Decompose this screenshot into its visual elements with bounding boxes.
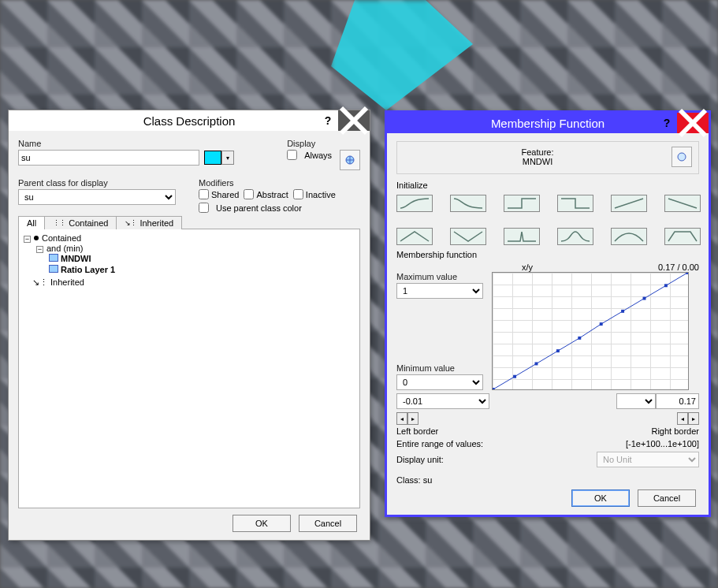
- class-desc-title: Class Description: [143, 114, 236, 128]
- mf-titlebar[interactable]: Membership Function ?: [387, 113, 709, 133]
- min-value-label: Minimum value: [396, 363, 487, 373]
- close-icon: [677, 107, 709, 139]
- max-value-label: Maximum value: [396, 272, 487, 281]
- class-description-dialog: Class Description ? Name ▾ Display: [8, 110, 370, 541]
- abstract-checkbox[interactable]: [244, 189, 254, 199]
- mf-ok-button[interactable]: OK: [571, 489, 630, 507]
- class-color-swatch[interactable]: [204, 151, 221, 165]
- left-step-right[interactable]: ▸: [407, 412, 419, 425]
- globe-icon: [675, 151, 688, 163]
- class-color-dropdown[interactable]: ▾: [221, 151, 234, 165]
- shared-checkbox[interactable]: [199, 189, 209, 199]
- shape-spike[interactable]: [504, 228, 540, 245]
- feature-pick-button[interactable]: [671, 147, 692, 167]
- tab-inherited[interactable]: ↘⋮Inherited: [116, 216, 182, 229]
- class-tree[interactable]: −Contained −and (min) MNDWI Ratio Layer …: [18, 229, 360, 508]
- parent-class-select[interactable]: su: [18, 189, 176, 205]
- mf-help-button[interactable]: ?: [657, 113, 677, 133]
- min-value-select[interactable]: 0: [396, 374, 483, 390]
- svg-rect-17: [686, 273, 688, 274]
- tab-all[interactable]: All: [18, 216, 45, 229]
- right-border-unit-select[interactable]: [616, 393, 656, 409]
- class-desc-help-button[interactable]: ?: [318, 110, 338, 131]
- left-border-label: Left border: [396, 426, 438, 436]
- parent-class-label: Parent class for display: [18, 178, 188, 188]
- svg-rect-11: [556, 349, 560, 352]
- inactive-checkbox-row[interactable]: Inactive: [293, 189, 336, 199]
- tree-mndwi-leaf[interactable]: MNDWI: [49, 253, 355, 264]
- class-label-row: Class: su: [396, 475, 432, 485]
- svg-point-5: [678, 153, 686, 161]
- tree-ratio-leaf[interactable]: Ratio Layer 1: [49, 264, 355, 275]
- mf-cancel-button[interactable]: Cancel: [638, 489, 696, 507]
- shape-ramp-down[interactable]: [664, 195, 701, 212]
- range-value: [-1e+100...1e+100]: [626, 439, 699, 448]
- max-value-select[interactable]: 1: [396, 283, 483, 299]
- inactive-checkbox[interactable]: [293, 189, 303, 199]
- always-checkbox[interactable]: [287, 150, 297, 160]
- right-step-left[interactable]: ◂: [677, 412, 688, 425]
- display-settings-button[interactable]: [340, 150, 360, 170]
- shared-label: Shared: [211, 190, 239, 199]
- svg-rect-15: [643, 297, 646, 300]
- parent-color-checkbox-row[interactable]: Use parent class color: [199, 203, 360, 213]
- tree-andmin-node[interactable]: −and (min) MNDWI Ratio Layer 1: [36, 243, 355, 276]
- left-border-stepper[interactable]: ◂ ▸: [396, 412, 438, 425]
- shape-triangle[interactable]: [396, 228, 433, 245]
- shape-v[interactable]: [450, 228, 486, 245]
- class-desc-cancel-button[interactable]: Cancel: [299, 515, 357, 532]
- tab-contained[interactable]: ⋮⋮Contained: [44, 216, 117, 229]
- mf-close-button[interactable]: [677, 113, 709, 133]
- xy-label: x/y: [522, 262, 533, 272]
- svg-rect-8: [493, 388, 495, 389]
- abstract-checkbox-row[interactable]: Abstract: [244, 189, 288, 199]
- tabstrip: All ⋮⋮Contained ↘⋮Inherited: [18, 216, 360, 229]
- shape-gauss[interactable]: [557, 228, 593, 245]
- shared-checkbox-row[interactable]: Shared: [199, 189, 239, 199]
- feature-icon: [49, 254, 58, 262]
- right-border-stepper[interactable]: ◂ ▸: [651, 412, 699, 425]
- shape-trapezoid[interactable]: [664, 228, 701, 245]
- collapse-icon[interactable]: −: [24, 236, 31, 243]
- right-border-label: Right border: [651, 426, 699, 436]
- class-desc-close-button[interactable]: [338, 110, 370, 131]
- class-desc-ok-button[interactable]: OK: [233, 515, 291, 532]
- svg-rect-16: [664, 284, 668, 287]
- name-label: Name: [18, 139, 279, 148]
- shape-s-curve-up[interactable]: [396, 195, 433, 212]
- collapse-icon[interactable]: −: [36, 246, 43, 253]
- parent-color-checkbox[interactable]: [199, 203, 209, 213]
- initialize-label: Initialize: [396, 180, 699, 190]
- always-checkbox-row[interactable]: Always: [287, 150, 332, 160]
- right-step-right[interactable]: ▸: [688, 412, 699, 425]
- xy-value: 0.17 / 0.00: [658, 262, 699, 272]
- mf-class-value: su: [423, 475, 433, 485]
- right-border-input[interactable]: [656, 393, 699, 409]
- tree-inherited-node[interactable]: ↘⋮ Inherited: [24, 277, 355, 288]
- shape-s-curve-down[interactable]: [450, 195, 486, 212]
- left-step-left[interactable]: ◂: [396, 412, 407, 425]
- svg-rect-10: [535, 362, 538, 365]
- membership-chart[interactable]: [492, 272, 689, 390]
- tree-contained-node[interactable]: −Contained −and (min) MNDWI Ratio Layer …: [24, 233, 355, 277]
- svg-rect-9: [513, 375, 516, 378]
- shape-grid: [396, 195, 699, 245]
- shape-step-up[interactable]: [504, 195, 540, 212]
- dots-arrow-icon: ↘⋮: [32, 277, 48, 287]
- feature-icon: [49, 265, 58, 273]
- abstract-label: Abstract: [256, 190, 288, 199]
- svg-line-6: [615, 199, 643, 208]
- shape-step-down[interactable]: [557, 195, 593, 212]
- class-desc-titlebar[interactable]: Class Description ?: [9, 110, 370, 131]
- svg-rect-12: [578, 337, 581, 340]
- shape-dome[interactable]: [611, 228, 647, 245]
- close-icon: [338, 105, 370, 136]
- modifiers-label: Modifiers: [199, 178, 360, 188]
- class-name-input[interactable]: [18, 150, 199, 166]
- left-border-select[interactable]: -0.01: [396, 393, 489, 409]
- mf-label: Membership function: [396, 250, 699, 259]
- display-unit-label: Display unit:: [396, 455, 444, 464]
- always-label: Always: [304, 151, 332, 160]
- parent-color-label: Use parent class color: [216, 203, 302, 213]
- shape-ramp-up[interactable]: [611, 195, 647, 212]
